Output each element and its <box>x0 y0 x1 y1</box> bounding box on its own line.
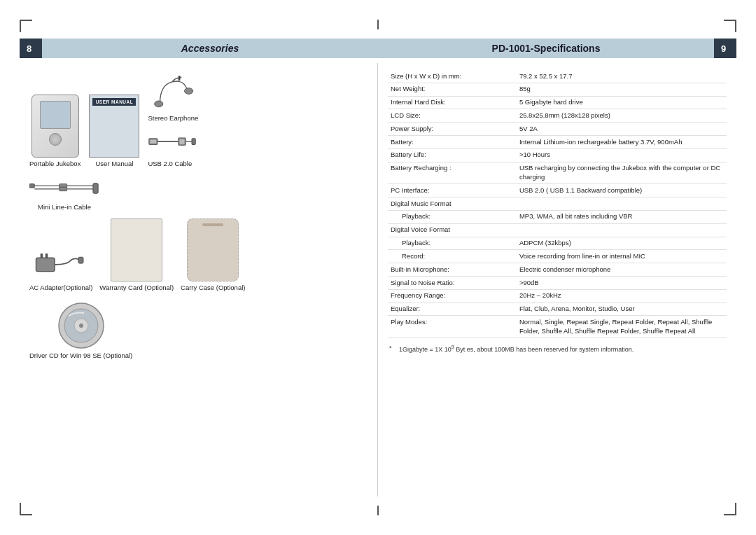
spec-row: Built-in Microphone:Electric condenser m… <box>388 263 727 277</box>
mini-cable-illustration <box>29 176 99 201</box>
cd-label: Driver CD for Win 98 SE (Optional) <box>29 352 132 360</box>
cd-illustration <box>57 302 105 349</box>
spec-row: Digital Music Format <box>388 197 727 211</box>
spec-value: >90dB <box>517 277 727 290</box>
spec-value: USB recharging by connecting the Jukebox… <box>517 162 727 184</box>
header-title-specs: PD-1001-Specifications <box>378 43 714 54</box>
svg-rect-20 <box>41 253 43 258</box>
spec-label: Signal to Noise Ratio: <box>388 277 517 290</box>
spec-label: Record: <box>388 250 517 263</box>
page-wrapper: 8 Accessories PD-1001-Specifications 9 <box>0 0 756 535</box>
page-number-right: 9 <box>714 39 736 58</box>
spec-label: PC Interface: <box>388 184 517 197</box>
spec-value: 85g <box>517 83 727 96</box>
spec-label: Battery Life: <box>388 148 517 162</box>
corner-mark-bl <box>20 503 32 515</box>
spec-value: 5 Gigabyte hard drive <box>517 96 727 109</box>
earphone-label: Stereo Earphone <box>148 114 198 123</box>
spec-value: MP3, WMA, all bit rates including VBR <box>517 210 727 223</box>
mini-cable-label: Mini Line-in Cable <box>38 203 91 211</box>
specs-footnote: * 1Gigabyte = 1X 109 Byt es, about 100MB… <box>388 344 727 354</box>
spec-label: Frequency Range: <box>388 289 517 303</box>
spec-row: Equalizer:Flat, Club, Arena, Monitor, St… <box>388 303 727 316</box>
specs-page: Size (H x W x D) in mm:79.2 x 52.5 x 17.… <box>378 63 736 496</box>
spec-label: Digital Music Format <box>388 197 517 211</box>
spec-row: Playback:MP3, WMA, all bit rates includi… <box>388 210 727 223</box>
svg-point-0 <box>155 101 163 107</box>
manual-label: User Manual <box>95 160 133 168</box>
spec-row: PC Interface:USB 2.0 ( USB 1.1 Backward … <box>388 184 727 197</box>
spec-label: Equalizer: <box>388 303 517 316</box>
spec-value <box>517 223 727 237</box>
svg-rect-10 <box>192 139 195 145</box>
spec-value: ADPCM (32kbps) <box>517 237 727 250</box>
acc-item-earphone: Stereo Earphone <box>148 70 198 123</box>
svg-rect-21 <box>46 253 48 258</box>
spec-row: Battery Life:>10 Hours <box>388 148 727 162</box>
header-bar: 8 Accessories PD-1001-Specifications 9 <box>20 39 736 58</box>
spec-row: Battery:Internal Lithium-ion rechargeabl… <box>388 136 727 149</box>
spec-row: Battery Recharging :USB recharging by co… <box>388 162 727 184</box>
acc-row-2: Mini Line-in Cable <box>29 176 368 211</box>
spec-row: Frequency Range:20Hz – 20kHz <box>388 289 727 303</box>
spec-value: 20Hz – 20kHz <box>517 289 727 303</box>
acc-item-warranty: Warranty Card (Optional) <box>99 218 174 292</box>
acc-item-cd: Driver CD for Win 98 SE (Optional) <box>29 302 132 360</box>
spec-label: Playback: <box>388 210 517 223</box>
acc-row-3: AC Adapter(Optional) Warranty Card (Opti… <box>29 218 368 292</box>
spec-value <box>517 197 727 211</box>
spec-label: Power Supply: <box>388 123 517 136</box>
content-area: Portable Jukebox USER MANUAL User Manual <box>20 63 736 496</box>
spec-row: LCD Size:25.8x25.8mm (128x128 pixels) <box>388 109 727 123</box>
spec-row: Size (H x W x D) in mm:79.2 x 52.5 x 17.… <box>388 70 727 83</box>
acc-item-jukebox: Portable Jukebox <box>29 95 80 168</box>
acc-item-manual: USER MANUAL User Manual <box>89 95 139 168</box>
spec-value: 5V 2A <box>517 123 727 136</box>
spec-value: Voice recording from line-in or internal… <box>517 250 727 263</box>
jukebox-label: Portable Jukebox <box>29 160 80 168</box>
spec-label: Size (H x W x D) in mm: <box>388 70 517 83</box>
acc-item-usb: USB 2.0 Cable <box>148 127 197 168</box>
corner-mark-tl <box>20 20 32 32</box>
accessories-page: Portable Jukebox USER MANUAL User Manual <box>20 63 378 496</box>
accessories-grid: Portable Jukebox USER MANUAL User Manual <box>29 70 368 361</box>
spec-value: >10 Hours <box>517 148 727 162</box>
center-tick-bottom <box>377 506 379 515</box>
jukebox-illustration <box>31 95 79 158</box>
warranty-label: Warranty Card (Optional) <box>99 284 174 292</box>
usb-cable-illustration <box>148 127 197 158</box>
specs-table: Size (H x W x D) in mm:79.2 x 52.5 x 17.… <box>388 70 727 338</box>
spec-label: Digital Voice Format <box>388 223 517 237</box>
acc-item-carry-case: Carry Case (Optional) <box>181 218 245 292</box>
svg-rect-17 <box>93 183 98 193</box>
spec-label: Net Weight: <box>388 83 517 96</box>
carry-case-label: Carry Case (Optional) <box>181 284 245 292</box>
header-left: 8 Accessories <box>20 39 378 58</box>
svg-point-26 <box>79 324 83 328</box>
spec-label: Playback: <box>388 237 517 250</box>
spec-row: Power Supply:5V 2A <box>388 123 727 136</box>
adapter-label: AC Adapter(Optional) <box>29 284 92 292</box>
center-tick-top <box>377 20 379 29</box>
corner-mark-br <box>724 503 736 515</box>
spec-row: Record:Voice recording from line-in or i… <box>388 250 727 263</box>
spec-label: Play Modes: <box>388 316 517 338</box>
spec-value: Electric condenser microphone <box>517 263 727 277</box>
manual-illustration: USER MANUAL <box>89 95 139 158</box>
spec-row: Net Weight:85g <box>388 83 727 96</box>
header-right: PD-1001-Specifications 9 <box>378 39 736 58</box>
acc-row-1: Portable Jukebox USER MANUAL User Manual <box>29 70 368 169</box>
svg-rect-19 <box>36 258 55 272</box>
spec-label: Battery Recharging : <box>388 162 517 184</box>
earphone-illustration <box>148 70 197 112</box>
svg-rect-11 <box>29 183 34 187</box>
corner-mark-tr <box>724 20 736 32</box>
header-title-accessories: Accessories <box>42 43 378 54</box>
spec-value: USB 2.0 ( USB 1.1 Backward compatible) <box>517 184 727 197</box>
spec-label: Built-in Microphone: <box>388 263 517 277</box>
spec-label: Internal Hard Disk: <box>388 96 517 109</box>
spec-row: Internal Hard Disk:5 Gigabyte hard drive <box>388 96 727 109</box>
carry-case-illustration <box>187 218 239 282</box>
acc-row-4: Driver CD for Win 98 SE (Optional) <box>29 302 368 360</box>
spec-row: Signal to Noise Ratio:>90dB <box>388 277 727 290</box>
